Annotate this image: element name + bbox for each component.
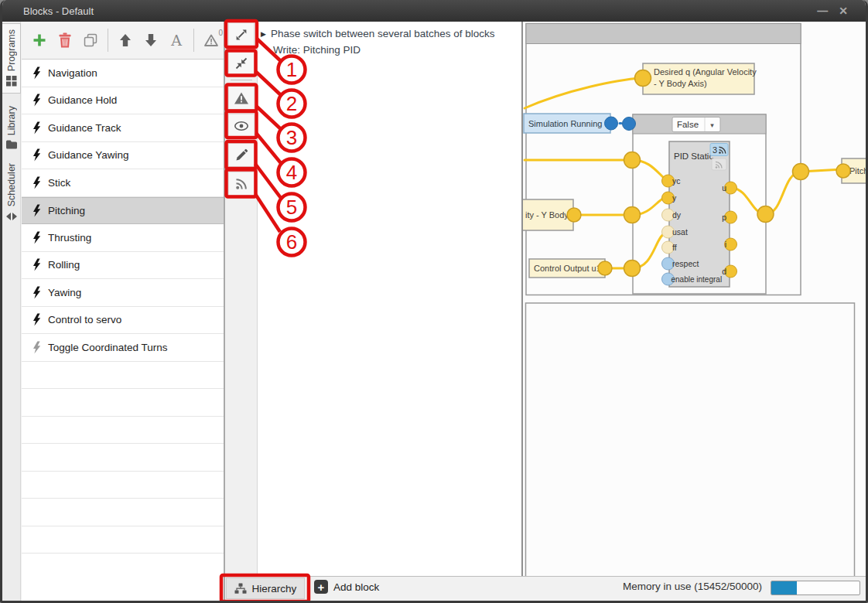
list-item-guidance-track[interactable]: Guidance Track — [22, 114, 224, 142]
title-bar[interactable]: Blocks - Default — ✕ — [0, 0, 868, 22]
block-diagram-canvas[interactable]: False ▾ Desired q (Angular Velocity - Y … — [523, 22, 868, 576]
warning-count-badge: 0 — [218, 29, 223, 37]
block-label: Pitch — [849, 166, 868, 175]
block-description-line2: Write: Pitching PID — [273, 42, 521, 58]
pid-input-label: ff — [672, 243, 677, 252]
false-dropdown[interactable]: False ▾ — [672, 118, 720, 132]
letter-a-glyph: A — [171, 32, 182, 49]
warnings-count-button[interactable]: 0 — [203, 32, 220, 49]
rename-button[interactable]: A — [168, 32, 185, 49]
list-item-thrusting[interactable]: Thrusting — [22, 224, 224, 252]
block-pid-static[interactable]: PID Static 3 — [662, 141, 737, 287]
block-label: Desired q (Angular Velocity — [654, 67, 757, 77]
collapse-all-button[interactable] — [228, 51, 255, 75]
hierarchy-button[interactable]: Hierarchy — [226, 577, 305, 599]
list-item-yawing[interactable]: Yawing — [22, 279, 224, 307]
block-pitch[interactable]: Pitch — [836, 158, 868, 183]
block-label: Simulation Running — [528, 119, 602, 128]
pid-output-label: d — [722, 267, 726, 276]
block-desired-q[interactable]: Desired q (Angular Velocity - Y Body Axi… — [635, 63, 757, 94]
delete-program-button[interactable] — [56, 32, 73, 49]
move-down-button[interactable] — [142, 32, 159, 49]
window-title: Blocks - Default — [23, 5, 94, 17]
list-item-pitching[interactable]: Pitching — [22, 197, 224, 225]
expand-icon — [234, 27, 249, 43]
port[interactable] — [623, 118, 636, 131]
pid-input-label: yc — [672, 176, 681, 186]
bolt-icon — [32, 204, 41, 217]
bolt-icon — [32, 148, 41, 162]
port[interactable] — [567, 208, 581, 222]
program-list: Navigation Guidance Hold Guidance Track … — [22, 60, 224, 554]
port[interactable] — [605, 117, 618, 130]
strip-separator — [231, 80, 252, 80]
list-item-label: Yawing — [48, 287, 81, 298]
bolt-icon — [32, 66, 41, 80]
list-item-label: Guidance Hold — [48, 94, 117, 106]
list-item-control-to-servo[interactable]: Control to servo — [22, 307, 224, 335]
wire-junction — [624, 261, 641, 277]
container-block-lower[interactable] — [526, 303, 855, 576]
collapse-icon — [234, 56, 249, 71]
list-item-label: Navigation — [48, 67, 97, 79]
folder-icon — [5, 139, 18, 153]
bolt-icon — [32, 94, 41, 107]
list-item-navigation[interactable]: Navigation — [22, 60, 224, 87]
copy-program-button[interactable] — [82, 32, 99, 49]
list-item-label: Control to servo — [48, 314, 121, 325]
list-toolbar: A 0 — [22, 22, 224, 60]
block-simulation-running[interactable]: Simulation Running — [524, 114, 618, 133]
tab-programs[interactable]: Programs — [2, 23, 21, 94]
list-item-label: Guidance Yawing — [48, 149, 129, 161]
port[interactable] — [836, 164, 850, 178]
memory-usage-fill — [771, 581, 797, 594]
add-program-button[interactable] — [31, 32, 48, 49]
block-control-output-u1[interactable]: Control Output u1 — [529, 259, 612, 278]
list-item-toggle-coordinated-turns[interactable]: Toggle Coordinated Turns — [22, 334, 224, 362]
empty-row — [22, 444, 224, 472]
wire-junction — [793, 164, 809, 180]
rss-inactive-badge[interactable] — [712, 158, 726, 170]
block-velocity-y-body[interactable]: ity - Y Body — [523, 199, 581, 230]
close-icon[interactable]: ✕ — [839, 5, 848, 17]
empty-row — [22, 389, 224, 417]
expand-all-button[interactable] — [228, 22, 255, 46]
port[interactable] — [635, 70, 651, 87]
hierarchy-icon — [234, 583, 247, 594]
bolt-icon — [32, 121, 41, 135]
tab-scheduler[interactable]: Scheduler — [2, 155, 21, 224]
bolt-icon-disabled — [32, 341, 41, 354]
pid-input-label: enable integral — [672, 275, 723, 284]
pid-input-label: respect — [672, 259, 699, 268]
pid-output-label: p — [722, 213, 726, 222]
expander-triangle-icon[interactable]: ▶ — [261, 30, 266, 38]
pid-input-label: usat — [672, 227, 688, 237]
edit-button[interactable] — [228, 143, 255, 167]
pid-output-label: i — [725, 240, 726, 249]
empty-row — [22, 362, 224, 390]
pid-input-label: y — [672, 193, 677, 203]
list-item-guidance-hold[interactable]: Guidance Hold — [22, 87, 224, 115]
pid-title: PID Static — [674, 152, 713, 161]
port[interactable] — [598, 261, 612, 275]
watch-button[interactable] — [228, 114, 255, 138]
block-label: ity - Y Body — [525, 210, 569, 220]
list-item-rolling[interactable]: Rolling — [22, 252, 224, 280]
list-item-guidance-yawing[interactable]: Guidance Yawing — [22, 142, 224, 170]
toolbar-separator — [108, 29, 108, 52]
list-item-label: Toggle Coordinated Turns — [48, 342, 168, 353]
minimize-icon[interactable]: — — [817, 5, 828, 17]
pencil-icon — [234, 148, 248, 162]
add-block-button[interactable]: + Add block — [314, 580, 379, 594]
publish-count: 3 — [713, 145, 717, 155]
move-up-button[interactable] — [117, 32, 134, 49]
publish-button[interactable] — [228, 172, 255, 196]
wire-junction — [624, 207, 641, 223]
block-label: Control Output u1 — [534, 264, 601, 273]
chevron-down-icon: ▾ — [710, 121, 714, 129]
list-item-stick[interactable]: Stick — [22, 169, 224, 197]
grid-icon — [5, 75, 17, 90]
warnings-button[interactable] — [228, 86, 255, 110]
tab-library[interactable]: Library — [2, 96, 21, 153]
wire-junction — [757, 206, 774, 223]
